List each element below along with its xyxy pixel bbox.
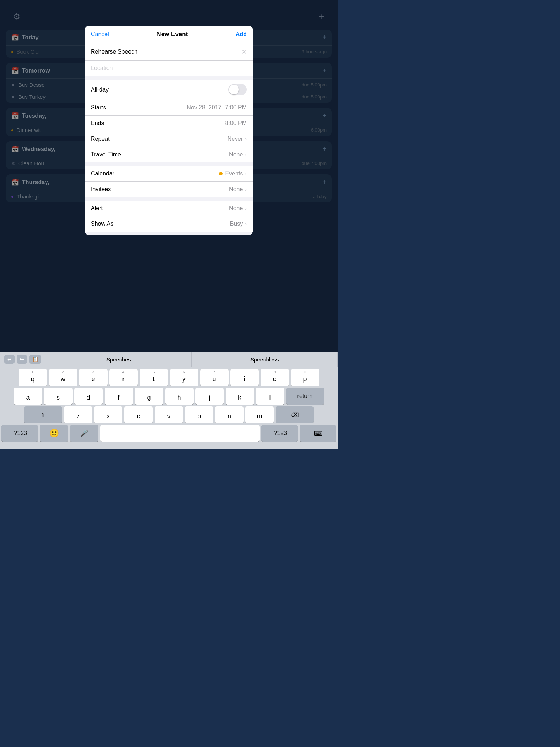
cancel-button[interactable]: Cancel xyxy=(91,31,109,38)
key-number: 9 xyxy=(274,370,276,374)
invitees-label: Invitees xyxy=(91,186,111,193)
mic-key[interactable]: 🎤 xyxy=(70,425,98,442)
key-char: y xyxy=(182,375,186,383)
shift-key[interactable]: ⇧ xyxy=(24,406,62,423)
key-e[interactable]: 3e xyxy=(79,369,108,386)
key-z[interactable]: z xyxy=(64,406,92,423)
key-char: h xyxy=(177,394,181,402)
event-name-section: ✕ xyxy=(85,43,253,76)
undo-redo-area: ↩ ↪ 📋 xyxy=(0,352,46,367)
modal-header: Cancel New Event Add xyxy=(85,26,253,43)
show-as-row[interactable]: Show As Busy › xyxy=(85,216,253,232)
key-q[interactable]: 1q xyxy=(19,369,47,386)
undo-button[interactable]: ↩ xyxy=(4,355,15,364)
redo-button[interactable]: ↪ xyxy=(17,355,27,364)
key-char: l xyxy=(269,394,271,402)
show-as-label: Show As xyxy=(91,221,113,227)
calendar-value-text: Events xyxy=(225,170,243,177)
key-char: q xyxy=(31,375,34,383)
key-char: g xyxy=(147,394,151,402)
key-o[interactable]: 9o xyxy=(261,369,289,386)
key-x[interactable]: x xyxy=(94,406,122,423)
clipboard-button[interactable]: 📋 xyxy=(29,355,41,364)
key-y[interactable]: 6y xyxy=(170,369,198,386)
calendar-section: Calendar Events › Invitees None › xyxy=(85,166,253,197)
key-a[interactable]: a xyxy=(14,388,42,405)
repeat-row[interactable]: Repeat Never › xyxy=(85,131,253,147)
keyboard-row-1: 1q2w3e4r5t6y7u8i9o0p xyxy=(1,369,336,386)
alert-row[interactable]: Alert None › xyxy=(85,201,253,216)
time-section: All-day Starts Nov 28, 2017 7:00 PM Ends… xyxy=(85,80,253,162)
sym-key[interactable]: .?123 xyxy=(1,425,38,442)
chevron-right-icon: › xyxy=(245,221,247,227)
emoji-key[interactable]: 🙂 xyxy=(40,425,68,442)
key-v[interactable]: v xyxy=(155,406,183,423)
key-t[interactable]: 5t xyxy=(140,369,168,386)
invitees-value: None › xyxy=(229,186,247,193)
key-s[interactable]: s xyxy=(44,388,73,405)
space-key[interactable] xyxy=(100,425,260,442)
location-input[interactable] xyxy=(91,65,247,71)
new-event-modal: Cancel New Event Add ✕ All-day Starts No… xyxy=(85,26,253,235)
invitees-row[interactable]: Invitees None › xyxy=(85,182,253,197)
key-number: 6 xyxy=(183,370,185,374)
key-p[interactable]: 0p xyxy=(291,369,319,386)
event-title-input[interactable] xyxy=(91,49,241,55)
key-b[interactable]: b xyxy=(185,406,213,423)
event-title-row: ✕ xyxy=(85,43,253,61)
delete-key[interactable]: ⌫ xyxy=(276,406,314,423)
chevron-right-icon: › xyxy=(245,186,247,192)
all-day-toggle[interactable] xyxy=(228,84,247,95)
clear-title-button[interactable]: ✕ xyxy=(241,48,247,56)
suggestion-speechless[interactable]: Speechless xyxy=(192,352,338,367)
travel-time-row[interactable]: Travel Time None › xyxy=(85,147,253,162)
key-char: k xyxy=(238,394,241,402)
alert-label: Alert xyxy=(91,205,103,212)
key-r[interactable]: 4r xyxy=(109,369,138,386)
key-k[interactable]: k xyxy=(226,388,254,405)
key-number: 8 xyxy=(244,370,246,374)
add-event-button[interactable]: Add xyxy=(236,31,247,38)
ends-row[interactable]: Ends 8:00 PM xyxy=(85,116,253,131)
ends-time: 8:00 PM xyxy=(225,120,247,127)
key-char: d xyxy=(86,394,90,402)
key-w[interactable]: 2w xyxy=(49,369,77,386)
chevron-right-icon: › xyxy=(245,136,247,142)
autocomplete-suggestions: Speeches Speechless xyxy=(46,352,338,367)
key-number: 3 xyxy=(92,370,94,374)
key-d[interactable]: d xyxy=(74,388,103,405)
show-as-value-text: Busy xyxy=(230,221,243,227)
sym-key-right[interactable]: .?123 xyxy=(261,425,298,442)
key-u[interactable]: 7u xyxy=(200,369,229,386)
key-char: s xyxy=(57,394,60,402)
suggestion-bar: ↩ ↪ 📋 Speeches Speechless xyxy=(0,352,338,367)
ends-label: Ends xyxy=(91,120,104,127)
keyboard-row-bottom: .?123 🙂 🎤 .?123 ⌨ xyxy=(1,425,336,442)
travel-time-label: Travel Time xyxy=(91,151,121,158)
key-n[interactable]: n xyxy=(215,406,244,423)
calendar-label: Calendar xyxy=(91,170,114,177)
hide-keyboard-key[interactable]: ⌨ xyxy=(300,425,336,442)
key-f[interactable]: f xyxy=(105,388,133,405)
repeat-label: Repeat xyxy=(91,136,110,142)
location-row xyxy=(85,61,253,76)
alert-section: Alert None › Show As Busy › xyxy=(85,201,253,232)
starts-row[interactable]: Starts Nov 28, 2017 7:00 PM xyxy=(85,100,253,116)
all-day-row: All-day xyxy=(85,80,253,100)
calendar-row[interactable]: Calendar Events › xyxy=(85,166,253,182)
alert-value: None › xyxy=(229,205,247,212)
suggestion-speeches[interactable]: Speeches xyxy=(46,352,192,367)
key-i[interactable]: 8i xyxy=(230,369,259,386)
return-key[interactable]: return xyxy=(286,388,324,405)
emoji-icon: 🙂 xyxy=(49,429,59,438)
keyboard: ↩ ↪ 📋 Speeches Speechless 1q2w3e4r5t6y7u… xyxy=(0,352,338,449)
starts-time: 7:00 PM xyxy=(225,104,247,111)
key-h[interactable]: h xyxy=(165,388,194,405)
key-g[interactable]: g xyxy=(135,388,163,405)
modal-title: New Event xyxy=(156,31,188,38)
key-c[interactable]: c xyxy=(124,406,153,423)
key-j[interactable]: j xyxy=(195,388,224,405)
key-m[interactable]: m xyxy=(245,406,274,423)
key-char: o xyxy=(273,375,276,383)
key-l[interactable]: l xyxy=(256,388,284,405)
